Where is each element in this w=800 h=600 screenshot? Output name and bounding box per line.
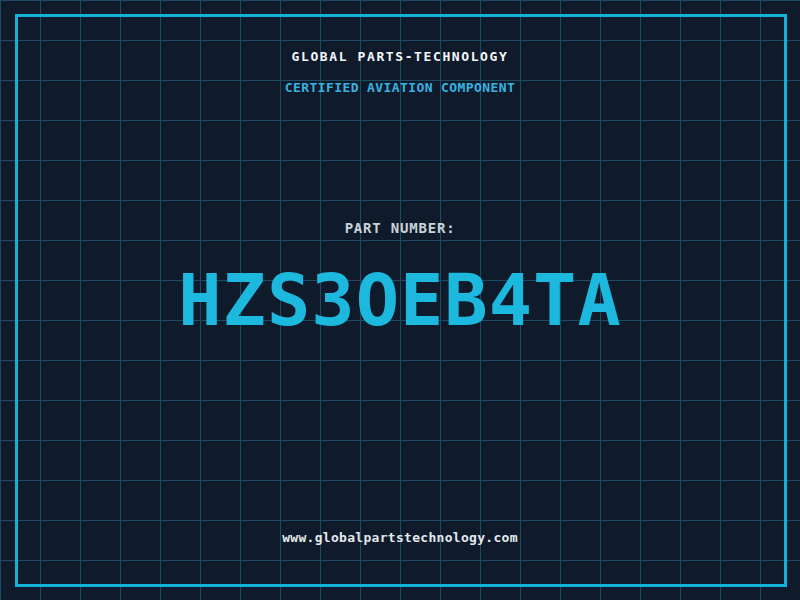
part-number-value: HZS3OEB4TA	[0, 258, 800, 342]
website-url: www.globalpartstechnology.com	[0, 530, 800, 545]
certification-subtitle: CERTIFIED AVIATION COMPONENT	[0, 80, 800, 95]
part-number-label: PART NUMBER:	[0, 220, 800, 236]
company-title: GLOBAL PARTS-TECHNOLOGY	[0, 49, 800, 64]
part-label-card: { "header": { "title": "GLOBAL PARTS-TEC…	[0, 0, 800, 600]
